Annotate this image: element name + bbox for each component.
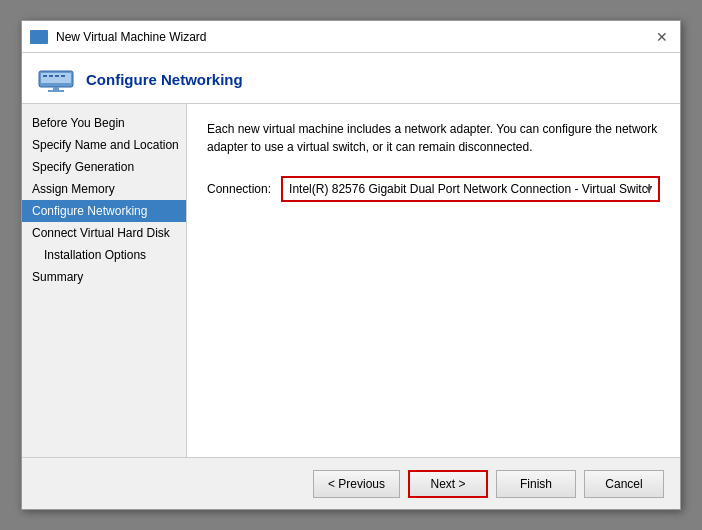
finish-button[interactable]: Finish	[496, 470, 576, 498]
wizard-header: Configure Networking	[22, 53, 680, 104]
window-icon	[30, 30, 48, 44]
svg-rect-5	[61, 75, 65, 77]
svg-rect-4	[55, 75, 59, 77]
sidebar-item[interactable]: Connect Virtual Hard Disk	[22, 222, 186, 244]
close-button[interactable]: ✕	[652, 27, 672, 47]
title-bar: New Virtual Machine Wizard ✕	[22, 21, 680, 53]
sidebar-item[interactable]: Before You Begin	[22, 112, 186, 134]
svg-rect-2	[43, 75, 47, 77]
connection-select[interactable]: Intel(R) 82576 Gigabit Dual Port Network…	[281, 176, 660, 202]
network-icon	[38, 65, 74, 93]
svg-rect-3	[49, 75, 53, 77]
sidebar-item[interactable]: Configure Networking	[22, 200, 186, 222]
sidebar-item[interactable]: Assign Memory	[22, 178, 186, 200]
svg-rect-1	[41, 73, 71, 83]
next-button[interactable]: Next >	[408, 470, 488, 498]
svg-rect-7	[48, 90, 64, 92]
page-title: Configure Networking	[86, 71, 243, 88]
description-text: Each new virtual machine includes a netw…	[207, 120, 660, 156]
sidebar-item[interactable]: Specify Generation	[22, 156, 186, 178]
sidebar: Before You BeginSpecify Name and Locatio…	[22, 104, 187, 457]
cancel-button[interactable]: Cancel	[584, 470, 664, 498]
sidebar-item[interactable]: Installation Options	[22, 244, 186, 266]
previous-button[interactable]: < Previous	[313, 470, 400, 498]
sidebar-item[interactable]: Summary	[22, 266, 186, 288]
sidebar-item[interactable]: Specify Name and Location	[22, 134, 186, 156]
wizard-body: Before You BeginSpecify Name and Locatio…	[22, 104, 680, 457]
window-title: New Virtual Machine Wizard	[56, 30, 652, 44]
connection-select-wrapper[interactable]: Intel(R) 82576 Gigabit Dual Port Network…	[281, 176, 660, 202]
wizard-footer: < Previous Next > Finish Cancel	[22, 457, 680, 509]
content-area: Each new virtual machine includes a netw…	[187, 104, 680, 457]
wizard-window: New Virtual Machine Wizard ✕ Configure N…	[21, 20, 681, 510]
connection-row: Connection: Intel(R) 82576 Gigabit Dual …	[207, 176, 660, 202]
connection-label: Connection:	[207, 182, 271, 196]
